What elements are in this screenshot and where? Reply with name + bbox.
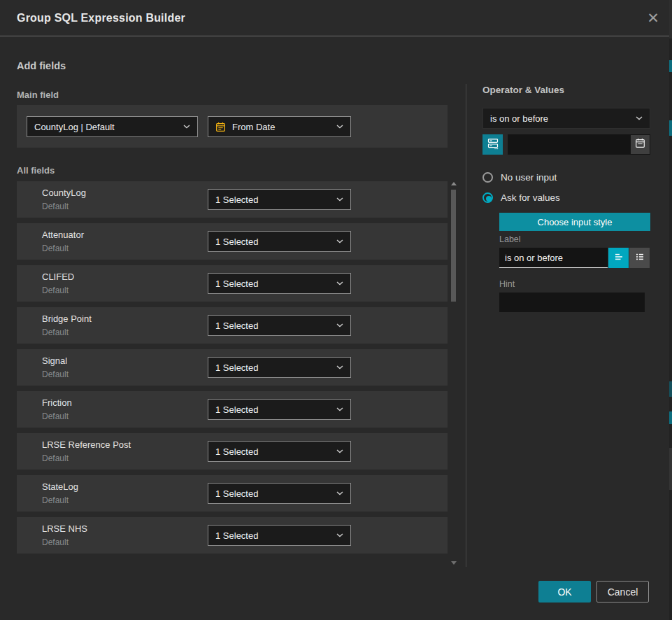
field-values-selected-label: 1 Selected [215,195,258,205]
chevron-down-icon [336,491,343,495]
radio-no-user-input[interactable]: No user input [482,172,557,183]
field-row: CLIFED Default 1 Selected [17,265,448,302]
background-fragment [669,411,672,424]
choose-input-style-button[interactable]: Choose input style [499,213,650,231]
field-values-dropdown[interactable]: 1 Selected [208,399,351,420]
chevron-down-icon [336,365,343,369]
field-name: Bridge Point [42,313,92,324]
dialog-header: Group SQL Expression Builder ✕ [0,0,669,36]
field-values-selected-label: 1 Selected [215,279,258,289]
list-values-style-button[interactable] [629,248,650,268]
field-row: Friction Default 1 Selected [17,391,448,428]
hint-caption: Hint [499,279,515,289]
chevron-down-icon [183,125,190,129]
field-subtitle: Default [42,453,69,463]
chevron-down-icon [336,323,343,327]
stacked-rows-icon [487,137,499,153]
ok-button[interactable]: OK [538,581,591,603]
background-fragment [669,381,672,397]
field-subtitle: Default [42,369,69,379]
all-fields-label: All fields [17,165,55,176]
radio-circle-icon [482,172,493,183]
value-input-row [482,134,650,155]
radio-no-user-input-label: No user input [501,172,557,183]
field-name: LRSE Reference Post [42,439,131,450]
field-values-selected-label: 1 Selected [215,446,258,457]
scroll-up-icon[interactable] [451,182,457,185]
main-field-dropdown[interactable]: From Date [208,116,351,137]
all-fields-list: CountyLog Default 1 Selected Attenuator … [17,181,448,559]
single-line-style-button[interactable] [608,248,629,268]
field-values-dropdown[interactable]: 1 Selected [208,525,351,546]
field-row: StateLog Default 1 Selected [17,475,448,512]
chevron-down-icon [336,281,343,286]
operator-dropdown[interactable]: is on or before [482,108,650,129]
panel-divider [466,84,466,567]
field-subtitle: Default [42,495,69,505]
chevron-down-icon [336,197,343,202]
field-row: Bridge Point Default 1 Selected [17,307,448,344]
hint-input[interactable] [499,293,645,312]
field-values-selected-label: 1 Selected [215,362,258,373]
operator-values-heading: Operator & Values [482,85,564,95]
field-values-dropdown[interactable]: 1 Selected [208,189,351,210]
field-name: CountyLog [42,188,86,198]
field-row: Attenuator Default 1 Selected [17,223,448,260]
field-values-dropdown[interactable]: 1 Selected [208,441,351,462]
background-fragment [669,120,672,136]
field-values-selected-label: 1 Selected [215,488,258,499]
chevron-down-icon [336,449,343,453]
scrollbar-thumb[interactable] [451,190,456,302]
field-values-dropdown[interactable]: 1 Selected [208,315,351,336]
set-from-data-button[interactable] [482,134,503,155]
layer-dropdown[interactable]: CountyLog | Default [27,116,198,137]
close-icon[interactable]: ✕ [644,9,662,27]
main-field-dropdown-value: From Date [232,122,275,132]
screen: Group SQL Expression Builder ✕ Add field… [0,0,672,620]
align-left-lines-icon [613,251,624,265]
layer-dropdown-value: CountyLog | Default [34,122,115,132]
field-subtitle: Default [42,202,69,211]
label-input[interactable] [499,248,608,268]
dialog-title: Group SQL Expression Builder [17,0,185,36]
calendar-icon [635,138,645,151]
list-scrollbar[interactable] [450,182,457,565]
main-field-label: Main field [17,90,59,100]
chevron-down-icon [336,239,343,244]
radio-selected-icon [482,192,493,203]
label-caption: Label [499,234,521,244]
field-values-selected-label: 1 Selected [215,320,258,331]
cancel-button[interactable]: Cancel [596,581,649,603]
operator-dropdown-value: is on or before [490,113,548,124]
field-values-selected-label: 1 Selected [215,530,258,541]
field-row: LRSE NHS Default 1 Selected [17,517,448,554]
chevron-down-icon [336,407,343,411]
chevron-down-icon [336,533,343,537]
radio-ask-for-values-label: Ask for values [501,192,560,203]
chevron-down-icon [636,116,643,120]
field-values-dropdown[interactable]: 1 Selected [208,231,351,252]
field-subtitle: Default [42,537,69,547]
field-subtitle: Default [42,244,69,253]
radio-ask-for-values[interactable]: Ask for values [482,192,560,203]
date-picker-button[interactable] [631,135,650,154]
field-subtitle: Default [42,411,69,421]
date-value-input[interactable] [508,134,650,155]
scroll-down-icon[interactable] [451,561,457,565]
field-values-dropdown[interactable]: 1 Selected [208,357,351,378]
background-fragment [669,0,672,38]
field-row: Signal Default 1 Selected [17,349,448,386]
add-fields-heading: Add fields [17,60,66,71]
background-app-sliver [669,0,672,620]
field-row: CountyLog Default 1 Selected [17,181,448,218]
field-name: CLIFED [42,272,74,282]
field-name: Attenuator [42,230,84,240]
main-field-panel: CountyLog | Default From Date [17,105,448,148]
group-sql-expression-builder-dialog: Group SQL Expression Builder ✕ Add field… [0,0,669,620]
field-row: LRSE Reference Post Default 1 Selected [17,433,448,470]
field-name: LRSE NHS [42,523,87,534]
calendar-icon [215,122,226,132]
field-values-dropdown[interactable]: 1 Selected [208,273,351,294]
field-values-dropdown[interactable]: 1 Selected [208,483,351,504]
chevron-down-icon [336,125,343,129]
